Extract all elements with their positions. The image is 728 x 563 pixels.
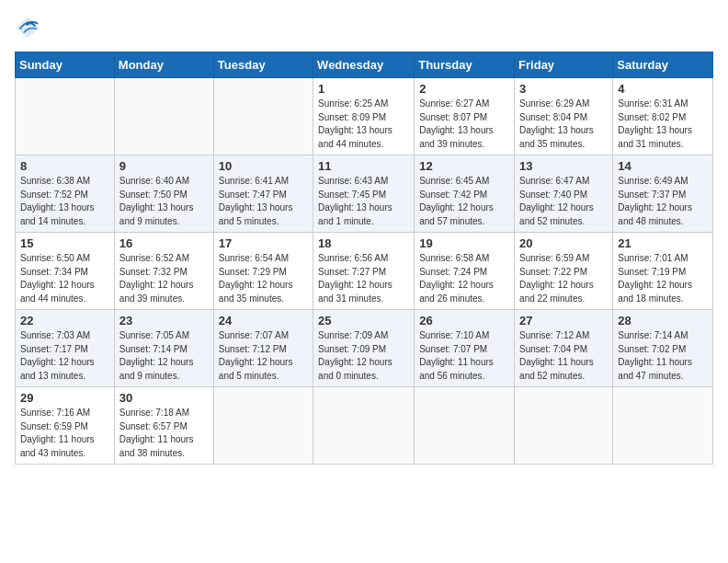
day-of-week-header: Tuesday: [213, 52, 313, 78]
calendar-week-row: 8 Sunrise: 6:38 AMSunset: 7:52 PMDayligh…: [16, 155, 713, 233]
day-number: 15: [20, 236, 109, 250]
calendar-day-cell: [213, 78, 313, 155]
calendar-day-cell: 4 Sunrise: 6:31 AMSunset: 8:02 PMDayligh…: [613, 78, 713, 155]
calendar-header-row: SundayMondayTuesdayWednesdayThursdayFrid…: [16, 52, 713, 78]
day-of-week-header: Saturday: [613, 52, 713, 78]
day-info: Sunrise: 6:31 AMSunset: 8:02 PMDaylight:…: [618, 98, 708, 151]
day-number: 28: [618, 314, 708, 327]
page-header: [15, 15, 713, 40]
day-of-week-header: Monday: [114, 52, 213, 78]
calendar-day-cell: 14 Sunrise: 6:49 AMSunset: 7:37 PMDaylig…: [613, 155, 713, 233]
calendar-day-cell: 26 Sunrise: 7:10 AMSunset: 7:07 PMDaylig…: [415, 310, 515, 387]
day-number: 24: [219, 314, 308, 327]
day-info: Sunrise: 6:54 AMSunset: 7:29 PMDaylight:…: [219, 252, 308, 305]
day-info: Sunrise: 6:27 AMSunset: 8:07 PMDaylight:…: [419, 98, 509, 151]
calendar-day-cell: 9 Sunrise: 6:40 AMSunset: 7:50 PMDayligh…: [114, 155, 213, 233]
day-number: 1: [318, 82, 409, 96]
day-number: 10: [219, 159, 308, 173]
calendar-day-cell: 19 Sunrise: 6:58 AMSunset: 7:24 PMDaylig…: [415, 233, 515, 310]
day-info: Sunrise: 6:29 AMSunset: 8:04 PMDaylight:…: [519, 98, 608, 151]
day-number: 4: [618, 82, 708, 96]
calendar-week-row: 29 Sunrise: 7:16 AMSunset: 6:59 PMDaylig…: [16, 387, 713, 465]
day-info: Sunrise: 7:14 AMSunset: 7:02 PMDaylight:…: [618, 329, 708, 383]
logo-icon: [15, 15, 40, 40]
svg-marker-0: [16, 17, 39, 38]
calendar-day-cell: [415, 387, 515, 465]
day-number: 17: [219, 236, 308, 250]
calendar-day-cell: 29 Sunrise: 7:16 AMSunset: 6:59 PMDaylig…: [16, 387, 115, 465]
day-number: 3: [519, 82, 608, 96]
day-info: Sunrise: 6:43 AMSunset: 7:45 PMDaylight:…: [318, 175, 409, 228]
calendar-day-cell: 17 Sunrise: 6:54 AMSunset: 7:29 PMDaylig…: [213, 233, 313, 310]
day-info: Sunrise: 7:12 AMSunset: 7:04 PMDaylight:…: [519, 329, 608, 383]
day-info: Sunrise: 6:56 AMSunset: 7:27 PMDaylight:…: [318, 252, 409, 305]
day-info: Sunrise: 6:25 AMSunset: 8:09 PMDaylight:…: [318, 98, 409, 151]
day-info: Sunrise: 6:47 AMSunset: 7:40 PMDaylight:…: [519, 175, 608, 228]
day-info: Sunrise: 7:16 AMSunset: 6:59 PMDaylight:…: [20, 407, 109, 460]
day-of-week-header: Wednesday: [313, 52, 415, 78]
calendar-day-cell: 15 Sunrise: 6:50 AMSunset: 7:34 PMDaylig…: [16, 233, 115, 310]
calendar-day-cell: 22 Sunrise: 7:03 AMSunset: 7:17 PMDaylig…: [16, 310, 115, 387]
calendar-week-row: 1 Sunrise: 6:25 AMSunset: 8:09 PMDayligh…: [16, 78, 713, 155]
day-of-week-header: Sunday: [16, 52, 115, 78]
calendar-day-cell: 28 Sunrise: 7:14 AMSunset: 7:02 PMDaylig…: [613, 310, 713, 387]
day-of-week-header: Thursday: [415, 52, 515, 78]
calendar-day-cell: 10 Sunrise: 6:41 AMSunset: 7:47 PMDaylig…: [213, 155, 313, 233]
calendar-day-cell: [114, 78, 213, 155]
calendar-week-row: 15 Sunrise: 6:50 AMSunset: 7:34 PMDaylig…: [16, 233, 713, 310]
calendar-day-cell: [613, 387, 713, 465]
day-info: Sunrise: 7:09 AMSunset: 7:09 PMDaylight:…: [318, 329, 409, 383]
day-info: Sunrise: 6:52 AMSunset: 7:32 PMDaylight:…: [119, 252, 209, 305]
day-info: Sunrise: 7:01 AMSunset: 7:19 PMDaylight:…: [618, 252, 708, 305]
calendar-day-cell: 11 Sunrise: 6:43 AMSunset: 7:45 PMDaylig…: [313, 155, 415, 233]
calendar-table: SundayMondayTuesdayWednesdayThursdayFrid…: [15, 52, 713, 465]
day-number: 20: [519, 236, 608, 250]
day-info: Sunrise: 6:38 AMSunset: 7:52 PMDaylight:…: [20, 175, 109, 228]
calendar-day-cell: 1 Sunrise: 6:25 AMSunset: 8:09 PMDayligh…: [313, 78, 415, 155]
calendar-day-cell: [313, 387, 415, 465]
calendar-day-cell: 30 Sunrise: 7:18 AMSunset: 6:57 PMDaylig…: [114, 387, 213, 465]
day-number: 22: [20, 314, 109, 327]
calendar-day-cell: 3 Sunrise: 6:29 AMSunset: 8:04 PMDayligh…: [515, 78, 613, 155]
day-number: 27: [519, 314, 608, 327]
calendar-day-cell: [515, 387, 613, 465]
day-number: 25: [318, 314, 409, 327]
calendar-day-cell: 16 Sunrise: 6:52 AMSunset: 7:32 PMDaylig…: [114, 233, 213, 310]
day-number: 26: [419, 314, 509, 327]
day-info: Sunrise: 7:10 AMSunset: 7:07 PMDaylight:…: [419, 329, 509, 383]
calendar-day-cell: 18 Sunrise: 6:56 AMSunset: 7:27 PMDaylig…: [313, 233, 415, 310]
calendar-day-cell: 20 Sunrise: 6:59 AMSunset: 7:22 PMDaylig…: [515, 233, 613, 310]
day-number: 29: [20, 391, 109, 405]
day-number: 12: [419, 159, 509, 173]
day-number: 11: [318, 159, 409, 173]
day-number: 30: [119, 391, 209, 405]
day-info: Sunrise: 6:58 AMSunset: 7:24 PMDaylight:…: [419, 252, 509, 305]
day-info: Sunrise: 6:41 AMSunset: 7:47 PMDaylight:…: [219, 175, 308, 228]
day-number: 19: [419, 236, 509, 250]
calendar-day-cell: 27 Sunrise: 7:12 AMSunset: 7:04 PMDaylig…: [515, 310, 613, 387]
day-info: Sunrise: 7:03 AMSunset: 7:17 PMDaylight:…: [20, 329, 109, 383]
day-number: 8: [20, 159, 109, 173]
calendar-week-row: 22 Sunrise: 7:03 AMSunset: 7:17 PMDaylig…: [16, 310, 713, 387]
day-number: 9: [119, 159, 209, 173]
calendar-day-cell: [213, 387, 313, 465]
day-number: 18: [318, 236, 409, 250]
day-info: Sunrise: 6:50 AMSunset: 7:34 PMDaylight:…: [20, 252, 109, 305]
day-info: Sunrise: 6:49 AMSunset: 7:37 PMDaylight:…: [618, 175, 708, 228]
calendar-day-cell: 13 Sunrise: 6:47 AMSunset: 7:40 PMDaylig…: [515, 155, 613, 233]
calendar-day-cell: 24 Sunrise: 7:07 AMSunset: 7:12 PMDaylig…: [213, 310, 313, 387]
day-info: Sunrise: 7:18 AMSunset: 6:57 PMDaylight:…: [119, 407, 209, 460]
day-number: 16: [119, 236, 209, 250]
calendar-day-cell: 21 Sunrise: 7:01 AMSunset: 7:19 PMDaylig…: [613, 233, 713, 310]
day-info: Sunrise: 6:40 AMSunset: 7:50 PMDaylight:…: [119, 175, 209, 228]
day-number: 23: [119, 314, 209, 327]
calendar-day-cell: 8 Sunrise: 6:38 AMSunset: 7:52 PMDayligh…: [16, 155, 115, 233]
day-number: 14: [618, 159, 708, 173]
calendar-day-cell: 23 Sunrise: 7:05 AMSunset: 7:14 PMDaylig…: [114, 310, 213, 387]
calendar-day-cell: 25 Sunrise: 7:09 AMSunset: 7:09 PMDaylig…: [313, 310, 415, 387]
day-number: 21: [618, 236, 708, 250]
day-of-week-header: Friday: [515, 52, 613, 78]
day-info: Sunrise: 6:59 AMSunset: 7:22 PMDaylight:…: [519, 252, 608, 305]
logo: [15, 15, 44, 40]
calendar-day-cell: [16, 78, 115, 155]
